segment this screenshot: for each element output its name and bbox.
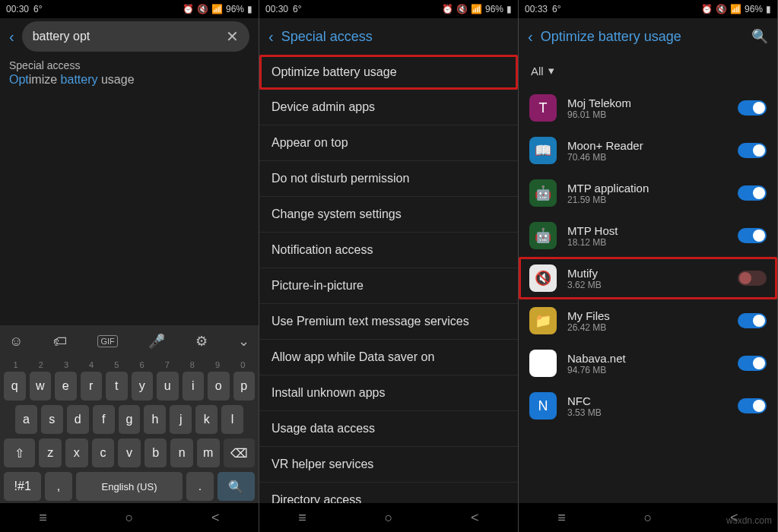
key-period[interactable]: .: [186, 472, 213, 501]
home-button[interactable]: ○: [385, 510, 393, 526]
app-row[interactable]: 🤖 MTP application 21.59 MB: [519, 172, 777, 214]
key-symbols[interactable]: !#1: [4, 472, 41, 501]
gear-icon[interactable]: ⚙: [195, 333, 208, 350]
app-row[interactable]: 📁 My Files 26.42 MB: [519, 299, 777, 342]
search-input[interactable]: [33, 30, 226, 43]
menu-item[interactable]: Usage data access: [259, 411, 518, 447]
app-name: My Files: [567, 309, 727, 322]
key-q[interactable]: q: [4, 372, 26, 401]
recent-apps-button[interactable]: ≡: [39, 510, 47, 526]
key-l[interactable]: l: [221, 405, 243, 434]
app-row[interactable]: 🤖 MTP Host 18.12 MB: [519, 214, 777, 257]
back-nav-button[interactable]: <: [211, 510, 220, 526]
app-name: MTP application: [567, 182, 727, 195]
back-button[interactable]: ‹: [9, 28, 14, 46]
menu-item[interactable]: Device admin apps: [259, 90, 518, 125]
menu-item[interactable]: Install unknown apps: [259, 375, 518, 411]
app-name: Moj Telekom: [567, 97, 727, 109]
clear-icon[interactable]: ✕: [226, 27, 239, 46]
search-field[interactable]: ✕: [22, 21, 249, 52]
key-n[interactable]: n: [170, 439, 193, 467]
app-icon: 📖: [529, 137, 557, 164]
menu-item[interactable]: Do not disturb permission: [259, 161, 518, 197]
key-e[interactable]: e: [55, 372, 77, 401]
app-size: 3.53 MB: [567, 407, 727, 418]
menu-item[interactable]: Appear on top: [259, 125, 518, 161]
key-g[interactable]: g: [119, 405, 141, 434]
key-j[interactable]: j: [170, 405, 192, 434]
panel-search: 00:306° ⏰🔇📶96%▮ ‹ ✕ Special access Optim…: [0, 0, 259, 532]
key-k[interactable]: k: [195, 405, 218, 434]
app-row[interactable]: ▪ Nabava.net 94.76 MB: [519, 342, 777, 385]
app-list[interactable]: T Moj Telekom 96.01 MB 📖 Moon+ Reader 70…: [519, 87, 777, 503]
search-result[interactable]: Special access Optimize battery usage: [9, 59, 249, 87]
key-a[interactable]: a: [15, 405, 37, 434]
toggle-switch[interactable]: [738, 185, 767, 201]
key-search[interactable]: 🔍: [218, 472, 255, 501]
menu-item[interactable]: Picture-in-picture: [259, 268, 518, 304]
watermark: wsxdn.com: [726, 515, 772, 526]
key-space[interactable]: English (US): [76, 472, 183, 501]
key-b[interactable]: b: [144, 439, 167, 467]
key-shift[interactable]: ⇧: [4, 439, 35, 467]
toggle-switch[interactable]: [738, 228, 767, 243]
menu-item[interactable]: Directory access: [259, 483, 518, 503]
back-button[interactable]: ‹: [268, 28, 274, 46]
home-button[interactable]: ○: [644, 510, 653, 526]
key-comma[interactable]: ,: [45, 472, 71, 501]
toggle-switch[interactable]: [738, 356, 767, 371]
key-r[interactable]: r: [81, 372, 103, 401]
menu-item[interactable]: Change system settings: [259, 197, 518, 233]
sticker-icon[interactable]: 🏷: [53, 334, 67, 350]
keyboard[interactable]: ☺ 🏷 GIF 🎤 ⚙ ⌄ 1234567890 qwertyuiop asdf…: [0, 325, 259, 503]
app-icon: 🤖: [529, 222, 557, 249]
menu-item[interactable]: Notification access: [259, 233, 518, 268]
key-z[interactable]: z: [39, 439, 62, 467]
key-i[interactable]: i: [183, 372, 205, 401]
nav-bar[interactable]: ≡ ○ <: [259, 503, 518, 532]
key-u[interactable]: u: [157, 372, 179, 401]
key-h[interactable]: h: [144, 405, 166, 434]
gif-icon[interactable]: GIF: [97, 335, 117, 347]
battery-icon: ▮: [247, 4, 252, 14]
menu-item[interactable]: Use Premium text message services: [259, 304, 518, 340]
key-v[interactable]: v: [118, 439, 141, 467]
key-o[interactable]: o: [208, 372, 230, 401]
search-icon[interactable]: 🔍: [751, 28, 768, 45]
recent-apps-button[interactable]: ≡: [298, 510, 306, 526]
menu-item[interactable]: Optimize battery usage: [259, 55, 518, 90]
back-button[interactable]: ‹: [528, 28, 533, 46]
chevron-down-icon[interactable]: ⌄: [238, 333, 249, 350]
key-p[interactable]: p: [233, 372, 256, 401]
key-f[interactable]: f: [93, 405, 115, 434]
toggle-switch[interactable]: [738, 143, 767, 158]
key-t[interactable]: t: [106, 372, 128, 401]
home-button[interactable]: ○: [125, 510, 134, 526]
key-d[interactable]: d: [67, 405, 89, 434]
emoji-icon[interactable]: ☺: [9, 334, 23, 350]
app-size: 21.59 MB: [567, 195, 727, 205]
toggle-switch[interactable]: [738, 398, 767, 413]
key-x[interactable]: x: [65, 439, 88, 467]
key-m[interactable]: m: [197, 439, 220, 467]
key-backspace[interactable]: ⌫: [224, 439, 255, 467]
menu-item[interactable]: Allow app while Data saver on: [259, 340, 518, 375]
app-row[interactable]: 🔇 Mutify 3.62 MB: [519, 257, 777, 299]
app-row[interactable]: N NFC 3.53 MB: [519, 385, 777, 427]
filter-dropdown[interactable]: All ▾: [519, 55, 777, 87]
settings-list[interactable]: Optimize battery usageDevice admin appsA…: [259, 55, 518, 503]
toggle-switch[interactable]: [738, 100, 767, 116]
mic-icon[interactable]: 🎤: [148, 333, 165, 350]
recent-apps-button[interactable]: ≡: [557, 510, 566, 526]
nav-bar[interactable]: ≡ ○ <: [0, 503, 259, 532]
key-c[interactable]: c: [92, 439, 115, 467]
toggle-switch[interactable]: [738, 271, 767, 286]
app-row[interactable]: 📖 Moon+ Reader 70.46 MB: [519, 129, 777, 172]
back-nav-button[interactable]: <: [471, 510, 479, 526]
menu-item[interactable]: VR helper services: [259, 447, 518, 483]
key-s[interactable]: s: [41, 405, 63, 434]
app-row[interactable]: T Moj Telekom 96.01 MB: [519, 87, 777, 129]
toggle-switch[interactable]: [738, 313, 767, 328]
key-w[interactable]: w: [30, 372, 52, 401]
key-y[interactable]: y: [132, 372, 154, 401]
